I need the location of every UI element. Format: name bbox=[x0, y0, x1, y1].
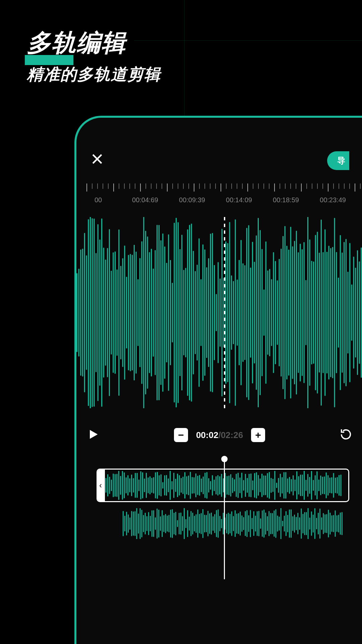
svg-rect-326 bbox=[201, 513, 202, 534]
svg-rect-307 bbox=[169, 515, 170, 532]
svg-rect-294 bbox=[146, 516, 147, 531]
svg-rect-360 bbox=[258, 511, 259, 536]
svg-rect-172 bbox=[144, 479, 145, 492]
svg-rect-342 bbox=[228, 513, 229, 535]
svg-rect-358 bbox=[255, 516, 256, 531]
svg-rect-184 bbox=[166, 475, 167, 495]
svg-rect-379 bbox=[291, 509, 292, 538]
svg-rect-403 bbox=[331, 515, 333, 532]
svg-rect-160 bbox=[122, 471, 123, 500]
svg-rect-213 bbox=[219, 476, 220, 494]
svg-rect-271 bbox=[326, 473, 327, 498]
svg-rect-52 bbox=[176, 218, 177, 407]
audio-clip[interactable]: ‹ bbox=[97, 469, 349, 502]
svg-rect-207 bbox=[208, 478, 209, 493]
svg-rect-51 bbox=[174, 223, 175, 402]
svg-rect-174 bbox=[147, 478, 148, 493]
svg-rect-259 bbox=[304, 471, 305, 500]
svg-rect-71 bbox=[212, 233, 213, 392]
svg-rect-132 bbox=[328, 246, 329, 379]
svg-rect-273 bbox=[329, 478, 330, 493]
svg-rect-38 bbox=[149, 252, 150, 373]
svg-rect-300 bbox=[157, 508, 158, 538]
svg-rect-187 bbox=[172, 481, 173, 490]
clip-handle-left[interactable]: ‹ bbox=[97, 470, 105, 501]
zoom-in-button[interactable]: + bbox=[251, 428, 265, 442]
svg-rect-302 bbox=[160, 516, 161, 531]
svg-rect-233 bbox=[256, 472, 257, 498]
svg-rect-356 bbox=[252, 518, 253, 529]
svg-rect-372 bbox=[279, 517, 280, 531]
svg-rect-23 bbox=[120, 266, 121, 360]
svg-rect-39 bbox=[151, 249, 152, 376]
svg-rect-322 bbox=[194, 516, 195, 532]
timeline-ruler[interactable]: 0000:04:6900:09:3900:14:0900:18:5900:23:… bbox=[76, 183, 362, 210]
svg-rect-282 bbox=[126, 512, 127, 536]
svg-rect-384 bbox=[299, 518, 300, 530]
svg-rect-190 bbox=[177, 474, 178, 497]
svg-rect-313 bbox=[179, 513, 180, 534]
svg-rect-205 bbox=[204, 473, 205, 498]
svg-rect-87 bbox=[242, 263, 243, 362]
svg-rect-328 bbox=[204, 515, 205, 533]
svg-rect-179 bbox=[157, 472, 158, 499]
svg-rect-129 bbox=[322, 252, 323, 373]
svg-rect-4 bbox=[84, 233, 85, 392]
svg-rect-143 bbox=[349, 243, 350, 382]
svg-rect-127 bbox=[319, 253, 320, 372]
svg-rect-280 bbox=[123, 511, 124, 536]
svg-rect-395 bbox=[318, 513, 319, 534]
svg-rect-319 bbox=[189, 517, 190, 531]
svg-rect-256 bbox=[298, 476, 299, 494]
svg-rect-225 bbox=[241, 473, 242, 498]
play-button[interactable] bbox=[86, 428, 100, 442]
svg-rect-253 bbox=[293, 475, 294, 495]
svg-rect-366 bbox=[268, 511, 269, 536]
svg-rect-189 bbox=[175, 479, 176, 492]
export-button[interactable]: 导 bbox=[327, 151, 349, 170]
svg-rect-385 bbox=[301, 508, 302, 539]
main-waveform[interactable] bbox=[76, 217, 362, 408]
svg-rect-41 bbox=[155, 250, 156, 375]
svg-rect-171 bbox=[142, 472, 143, 498]
svg-rect-315 bbox=[182, 516, 183, 531]
svg-rect-32 bbox=[137, 279, 138, 346]
zoom-out-button[interactable]: − bbox=[174, 428, 188, 442]
svg-rect-96 bbox=[260, 230, 261, 395]
svg-rect-29 bbox=[132, 255, 133, 370]
svg-rect-396 bbox=[319, 508, 320, 538]
svg-rect-223 bbox=[238, 473, 239, 498]
svg-rect-200 bbox=[195, 474, 196, 497]
svg-rect-28 bbox=[130, 254, 131, 371]
svg-rect-131 bbox=[326, 252, 327, 374]
svg-rect-380 bbox=[292, 516, 293, 531]
svg-rect-26 bbox=[126, 277, 127, 348]
svg-rect-247 bbox=[282, 477, 283, 493]
track-playhead[interactable] bbox=[224, 459, 225, 579]
svg-rect-369 bbox=[274, 511, 275, 537]
close-icon[interactable] bbox=[90, 152, 105, 170]
svg-rect-361 bbox=[260, 519, 261, 529]
svg-rect-235 bbox=[260, 478, 261, 492]
playback-controls: − 00:02/02:26 + bbox=[76, 418, 362, 452]
svg-rect-114 bbox=[294, 241, 295, 384]
svg-rect-290 bbox=[140, 508, 141, 539]
svg-rect-42 bbox=[157, 225, 158, 400]
svg-rect-219 bbox=[230, 474, 231, 497]
svg-rect-293 bbox=[145, 513, 146, 535]
svg-rect-153 bbox=[109, 477, 110, 494]
svg-rect-8 bbox=[92, 218, 93, 407]
svg-rect-67 bbox=[204, 250, 205, 376]
svg-rect-359 bbox=[257, 511, 258, 536]
audio-clip[interactable] bbox=[117, 507, 349, 540]
svg-rect-206 bbox=[206, 472, 207, 499]
svg-rect-117 bbox=[300, 244, 301, 381]
svg-rect-349 bbox=[240, 512, 241, 535]
undo-icon[interactable] bbox=[339, 428, 353, 442]
svg-rect-84 bbox=[237, 280, 238, 346]
svg-rect-116 bbox=[298, 252, 299, 373]
svg-rect-389 bbox=[308, 508, 309, 539]
svg-rect-387 bbox=[304, 512, 305, 535]
svg-rect-65 bbox=[200, 279, 201, 346]
svg-rect-222 bbox=[236, 474, 237, 497]
